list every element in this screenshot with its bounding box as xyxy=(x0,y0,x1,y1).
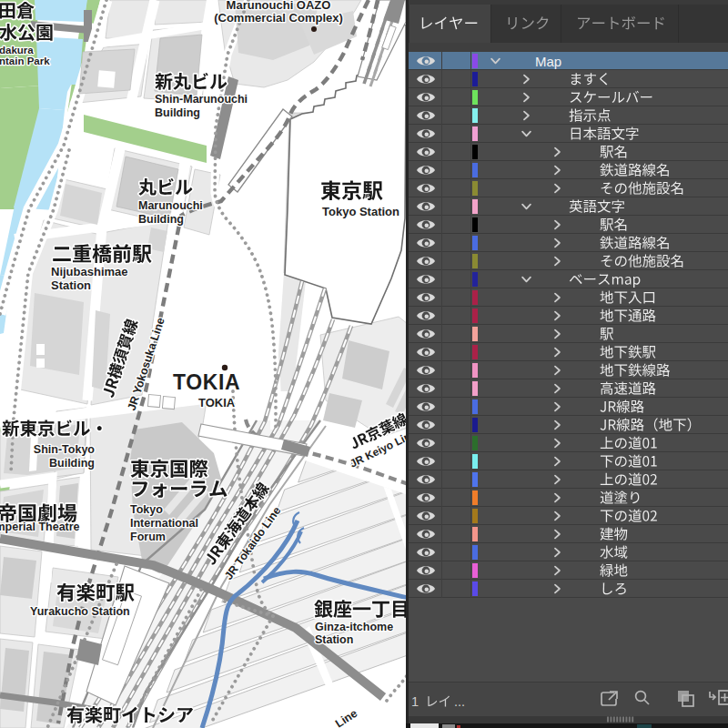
svg-text:Building: Building xyxy=(49,457,95,470)
svg-text:...: ... xyxy=(454,694,465,709)
svg-text:Station: Station xyxy=(51,278,91,292)
svg-text:Yurakucho Station: Yurakucho Station xyxy=(30,605,130,618)
svg-text:International: International xyxy=(130,517,198,530)
svg-text:TOKIA: TOKIA xyxy=(198,396,236,410)
svg-text:Station: Station xyxy=(315,633,353,646)
svg-text:TOKIA: TOKIA xyxy=(173,370,240,394)
svg-text:1: 1 xyxy=(411,694,419,709)
svg-text:Nijubashimae: Nijubashimae xyxy=(51,265,128,278)
svg-text:Forum: Forum xyxy=(130,531,166,543)
svg-text:Building: Building xyxy=(155,106,200,119)
svg-text:ntain Park: ntain Park xyxy=(0,56,50,66)
svg-text:Tokyo Station: Tokyo Station xyxy=(322,205,399,218)
svg-text:Tokyo: Tokyo xyxy=(130,503,163,516)
svg-text:Shin-Tokyo: Shin-Tokyo xyxy=(34,443,95,456)
svg-text:Imperial Theatre: Imperial Theatre xyxy=(0,521,80,533)
svg-text:dakura: dakura xyxy=(0,45,34,56)
svg-text:Ginza-itchome: Ginza-itchome xyxy=(315,621,393,633)
svg-text:Shin-Marunouchi: Shin-Marunouchi xyxy=(155,93,248,106)
svg-text:(Commercial Complex): (Commercial Complex) xyxy=(214,11,343,25)
svg-text:Marunouchi: Marunouchi xyxy=(138,199,203,212)
svg-text:Map: Map xyxy=(535,54,561,69)
svg-text:Building: Building xyxy=(138,213,184,226)
